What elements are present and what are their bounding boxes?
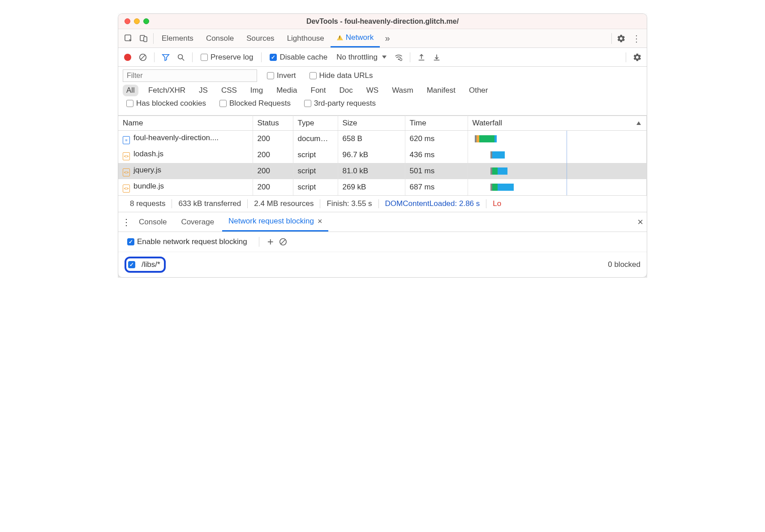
- type-filter-font[interactable]: Font: [307, 85, 330, 96]
- warning-icon: [337, 35, 343, 40]
- type-filter-js[interactable]: JS: [195, 85, 211, 96]
- export-har-icon[interactable]: [430, 51, 443, 64]
- close-drawer-icon[interactable]: ×: [637, 216, 643, 228]
- remove-all-patterns-icon[interactable]: [279, 238, 287, 246]
- cell-time: 687 ms: [405, 179, 468, 195]
- import-har-icon[interactable]: [415, 51, 428, 64]
- network-conditions-icon[interactable]: [392, 51, 405, 64]
- cell-status: 200: [253, 131, 293, 147]
- script-icon: <>: [123, 152, 130, 160]
- pattern-text: /libs/*: [142, 260, 160, 269]
- cell-type: script: [293, 147, 338, 163]
- filter-icon[interactable]: [159, 51, 172, 64]
- cell-type: script: [293, 179, 338, 195]
- hide-data-urls-toggle[interactable]: Hide data URLs: [306, 71, 377, 80]
- table-header-row: Name Status Type Size Time Waterfall: [118, 116, 647, 131]
- drawer-tab-blocking[interactable]: Network request blocking ×: [222, 212, 328, 232]
- table-row[interactable]: <>lodash.js 200 script 96.7 kB 436 ms: [118, 147, 647, 163]
- col-header-type[interactable]: Type: [293, 116, 338, 131]
- drawer-tab-console[interactable]: Console: [133, 212, 173, 232]
- type-filter-doc[interactable]: Doc: [336, 85, 357, 96]
- tab-lighthouse[interactable]: Lighthouse: [281, 29, 331, 47]
- inspect-element-icon[interactable]: [121, 31, 136, 46]
- clear-icon[interactable]: [136, 51, 150, 64]
- devtools-window: DevTools - foul-heavenly-direction.glitc…: [118, 13, 647, 278]
- enable-blocking-toggle[interactable]: Enable network request blocking: [124, 237, 251, 246]
- tab-label: Console: [206, 34, 234, 43]
- svg-line-4: [141, 55, 145, 59]
- col-header-waterfall[interactable]: Waterfall: [468, 116, 647, 131]
- label: Disable cache: [279, 53, 327, 62]
- throttling-select[interactable]: No throttling: [333, 53, 390, 62]
- summary-dcl: DOMContentLoaded: 2.86 s: [379, 199, 486, 208]
- drawer-tab-coverage[interactable]: Coverage: [175, 212, 220, 232]
- checkbox[interactable]: [201, 54, 208, 61]
- cell-size: 269 kB: [338, 179, 405, 195]
- type-filter-other[interactable]: Other: [465, 85, 492, 96]
- blocking-pattern-row[interactable]: /libs/* 0 blocked: [118, 252, 647, 277]
- label: 3rd-party requests: [314, 99, 376, 108]
- titlebar: DevTools - foul-heavenly-direction.glitc…: [118, 14, 647, 29]
- cell-size: 96.7 kB: [338, 147, 405, 163]
- tab-elements[interactable]: Elements: [155, 29, 200, 47]
- has-blocked-cookies-toggle[interactable]: Has blocked cookies: [123, 99, 210, 108]
- network-filter-bar: Invert Hide data URLs All Fetch/XHR JS C…: [118, 67, 647, 116]
- tab-label: Lighthouse: [287, 34, 324, 43]
- tab-sources[interactable]: Sources: [240, 29, 280, 47]
- col-header-time[interactable]: Time: [405, 116, 468, 131]
- type-filter-css[interactable]: CSS: [218, 85, 241, 96]
- type-filter-all[interactable]: All: [123, 85, 138, 96]
- more-tabs-icon[interactable]: »: [380, 31, 395, 46]
- cell-size: 658 B: [338, 131, 405, 147]
- blocked-requests-toggle[interactable]: Blocked Requests: [216, 99, 294, 108]
- pattern-checkbox[interactable]: [128, 261, 135, 268]
- table-row[interactable]: <>jquery.js 200 script 81.0 kB 501 ms: [118, 163, 647, 179]
- cell-time: 436 ms: [405, 147, 468, 163]
- table-row[interactable]: <>bundle.js 200 script 269 kB 687 ms: [118, 179, 647, 195]
- search-icon[interactable]: [174, 51, 188, 64]
- network-settings-icon[interactable]: [631, 51, 644, 64]
- third-party-toggle[interactable]: 3rd-party requests: [301, 99, 379, 108]
- col-header-name[interactable]: Name: [118, 116, 253, 131]
- type-filter-media[interactable]: Media: [273, 85, 301, 96]
- tab-label: Sources: [246, 34, 274, 43]
- summary-requests: 8 requests: [124, 199, 172, 208]
- type-filter-ws[interactable]: WS: [363, 85, 382, 96]
- add-pattern-icon[interactable]: +: [267, 236, 274, 248]
- col-header-status[interactable]: Status: [253, 116, 293, 131]
- tab-console[interactable]: Console: [200, 29, 240, 47]
- waterfall-cell: [473, 166, 642, 176]
- type-filter-manifest[interactable]: Manifest: [423, 85, 459, 96]
- blocking-toolbar: Enable network request blocking +: [118, 232, 647, 252]
- col-header-size[interactable]: Size: [338, 116, 405, 131]
- drawer-kebab-icon[interactable]: ⋮: [122, 217, 131, 227]
- svg-line-12: [281, 240, 285, 244]
- kebab-menu-icon[interactable]: ⋮: [629, 31, 644, 46]
- type-filter-wasm[interactable]: Wasm: [388, 85, 417, 96]
- cell-name: foul-heavenly-direction....: [133, 133, 219, 142]
- record-button[interactable]: [121, 51, 134, 64]
- summary-load: Lo: [486, 199, 507, 208]
- label: Blocked Requests: [229, 99, 291, 108]
- filter-input[interactable]: [123, 69, 257, 82]
- type-filter-img[interactable]: Img: [247, 85, 266, 96]
- device-toolbar-icon[interactable]: [136, 31, 151, 46]
- table-row[interactable]: ≡foul-heavenly-direction.... 200 docum… …: [118, 131, 647, 147]
- type-filter-fetch[interactable]: Fetch/XHR: [145, 85, 189, 96]
- script-icon: <>: [123, 184, 130, 193]
- label: Enable network request blocking: [137, 237, 247, 246]
- preserve-log-toggle[interactable]: Preserve log: [197, 53, 257, 62]
- cell-type: script: [293, 163, 338, 179]
- svg-point-5: [178, 54, 183, 59]
- disable-cache-toggle[interactable]: Disable cache: [266, 53, 331, 62]
- waterfall-cell: [473, 182, 642, 193]
- main-tabstrip: Elements Console Sources Lighthouse Netw…: [118, 29, 647, 48]
- checkbox[interactable]: [270, 54, 277, 61]
- tab-label: Network: [346, 33, 374, 42]
- close-tab-icon[interactable]: ×: [318, 217, 322, 226]
- settings-icon[interactable]: [614, 31, 629, 46]
- cell-name: bundle.js: [133, 182, 164, 190]
- waterfall-marker: [567, 131, 567, 147]
- tab-network[interactable]: Network: [331, 29, 380, 47]
- invert-toggle[interactable]: Invert: [263, 71, 300, 80]
